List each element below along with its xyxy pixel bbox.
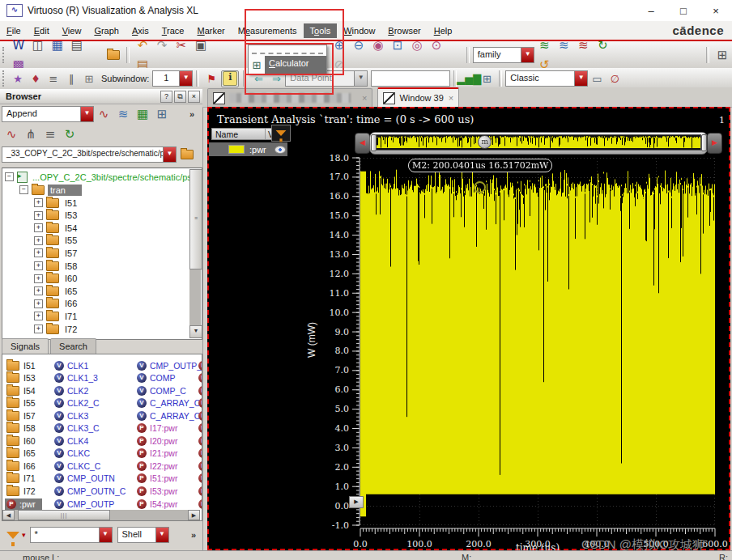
signal-item[interactable]: I58 [6,422,36,435]
results-path-combo[interactable]: _33_COPY_C_2C_3bit/spectre/schematic/psf… [2,146,177,163]
tree-item-i51[interactable]: +I51 [34,197,77,209]
signal-item[interactable]: PI17:pwr [137,422,177,435]
signal-item[interactable]: I53 [6,372,36,384]
measurement-input[interactable] [371,70,450,87]
signal-item[interactable]: I71 [6,473,36,485]
signal-item[interactable]: P [198,397,202,409]
subwindow-grid-icon[interactable]: ⊞ [81,71,97,87]
overlay-traces-icon[interactable]: ≋ [555,36,572,54]
panel-close-button[interactable]: × [188,91,200,103]
zoom-fit-icon[interactable]: ⊡ [389,36,406,54]
copy-icon[interactable]: ▣ [192,36,210,54]
tree-item-opy_c_2c_3bitspectreschematicpsf[interactable]: −...OPY_C_2C_3bit/spectre/schematic/psf [5,171,194,183]
graph-tab-censored[interactable]: × [207,88,372,107]
tab-signals[interactable]: Signals [2,338,49,354]
signal-item[interactable]: P [198,448,202,460]
signal-item[interactable]: VCMP_OUTN_C [54,486,126,498]
zoom-in-icon[interactable]: ⊕ [330,36,348,54]
classic-combo[interactable]: Classic▼ [505,70,588,87]
strip-play-button[interactable]: ▶ [349,496,364,508]
signal-item[interactable]: VCOMP [137,372,176,384]
range-right-arrow[interactable]: ▶ [707,133,722,154]
y-axis[interactable]: -1.00.01.02.03.04.05.06.07.08.09.010.011… [322,155,360,528]
analog-waves-icon[interactable]: ∿ [2,125,20,143]
tree-item-i58[interactable]: +I58 [34,260,77,272]
tree-item-i66[interactable]: +I66 [34,298,77,310]
tree-scrollbar-down[interactable]: ▼ [189,325,202,338]
plot-signal-icon[interactable]: ∿ [95,105,113,123]
append-mode-combo[interactable]: Append▼ [2,106,94,122]
tree-item-i54[interactable]: +I54 [34,222,77,234]
calculator-small-icon[interactable]: ⊞ [153,105,171,123]
signal-item[interactable]: VCLK3_C [54,422,100,435]
trace-row-pwr[interactable]: :pwr [209,142,287,156]
tree-item-i53[interactable]: +I53 [34,210,77,222]
signal-item[interactable]: VCMP_OUTN [54,473,115,485]
zoom-out-icon[interactable]: ⊖ [350,36,368,54]
signal-item[interactable]: I54 [6,384,36,397]
tree-item-i65[interactable]: +I65 [34,285,77,297]
horizontal-tile-icon[interactable]: ≡ [45,71,62,87]
flag-icon[interactable]: ⚑ [203,71,219,87]
signal-item[interactable]: I57 [6,409,36,422]
signal-item[interactable]: I55 [6,397,36,409]
signal-item[interactable]: VCLK3 [54,409,88,422]
cut-icon[interactable]: ✂ [172,36,190,54]
signal-item[interactable]: I60 [6,435,36,447]
range-left-arrow[interactable]: ◀ [355,133,370,154]
print-icon[interactable]: ▤ [68,36,86,54]
tree-item-i57[interactable]: +I57 [34,247,77,259]
filter-pattern-combo[interactable]: *▼ [30,527,113,543]
signal-item[interactable]: VCLK4 [54,435,88,447]
maximize-button[interactable]: □ [667,5,700,17]
signal-item[interactable]: PI22:pwr [137,460,177,472]
signal-item[interactable]: VCLK1_3 [54,372,98,384]
table-view-icon[interactable]: ⊞ [713,46,731,64]
new-waveform-window-icon[interactable]: W [10,36,28,54]
vertical-tile-icon[interactable]: ∥ [63,71,79,87]
signal-item[interactable]: I65 [6,448,36,460]
signal-item[interactable]: P [198,498,202,510]
close-button[interactable]: × [700,5,732,17]
strip-chart-icon[interactable]: ≋ [535,36,553,54]
hscroll-right[interactable]: ▶ [188,510,200,520]
undo-icon[interactable]: ↶ [134,36,151,54]
calculator-icon[interactable]: ⊞ [479,71,495,87]
signal-item[interactable]: P [198,435,202,447]
signal-item[interactable]: P [198,409,202,422]
signal-item[interactable]: VC_ARRAY_OUT [137,397,202,409]
tree-item-i60[interactable]: +I60 [34,273,77,285]
graph-tab-window39[interactable]: Window 39 × [377,87,459,107]
signal-item[interactable]: VCMP_OUTP [54,498,114,510]
signal-item[interactable]: VCLKC_C [54,460,100,472]
zoom-y-icon[interactable]: ⊙ [428,36,445,54]
trace-color-swatch[interactable] [228,145,245,154]
tree-scrollbar[interactable]: ≡ ▼ [189,169,201,338]
signal-item[interactable]: P [198,486,202,498]
menu-measurements[interactable]: Measurements [232,23,304,38]
tab-search[interactable]: Search [50,338,96,354]
signal-item[interactable]: VCLK2 [54,384,88,397]
signal-item[interactable]: VCOMP_C [137,384,186,397]
signal-item[interactable]: VCLKC [54,448,90,460]
cards-icon[interactable]: ♦ [28,71,44,87]
refresh-plot-icon[interactable]: ↻ [594,36,611,54]
hierarchy-icon[interactable]: ⋔ [22,125,40,143]
subwindow-spinner[interactable]: 1▼ [152,70,193,87]
menu-item-calculator[interactable]: ⊞ Calculator [249,56,326,74]
filter-caret[interactable]: ▾ [22,531,26,539]
hscroll-thumb[interactable]: ||| [18,510,110,520]
redo-icon[interactable]: ↷ [153,36,171,54]
shell-combo[interactable]: Shell▼ [117,527,169,543]
tree-item-i71[interactable]: +I71 [34,310,77,322]
signal-item[interactable]: P [198,384,202,397]
split-traces-icon[interactable]: ≋ [574,36,592,54]
hide-trace-icon[interactable]: ∅ [606,71,623,87]
family-combo[interactable]: family▼ [473,47,534,63]
histogram-icon[interactable]: ▂▅▇ [461,71,477,87]
signal-item[interactable]: VC_ARRAY_OUT_C [137,409,202,422]
select-results-icon[interactable]: ↻ [61,125,79,143]
trace-filter-button[interactable] [271,125,291,142]
signal-item[interactable]: VCLK2_C [54,397,100,409]
signal-item[interactable]: PI53:pwr [137,486,177,498]
